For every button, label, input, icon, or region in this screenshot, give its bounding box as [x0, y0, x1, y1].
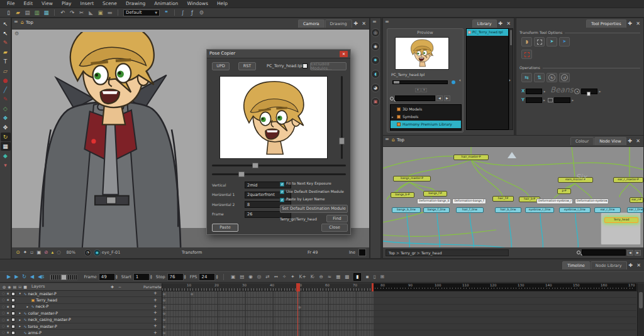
- bulb-icon[interactable]: ⊙: [16, 250, 20, 255]
- panel-menu-icon[interactable]: ≡: [372, 19, 377, 24]
- next-result-icon[interactable]: ▶: [444, 95, 450, 101]
- light-table-icon[interactable]: ◖: [371, 70, 380, 79]
- expand-icon[interactable]: ▸: [19, 312, 24, 315]
- tab-colour[interactable]: Colour: [570, 137, 594, 145]
- redo-icon[interactable]: ↷: [68, 9, 76, 16]
- lock-icon[interactable]: ▴: [52, 250, 54, 255]
- upd-button[interactable]: UPD: [212, 62, 230, 70]
- layer-row-torso_master-P[interactable]: ◌▪▸∿torso_master-P+: [0, 323, 162, 330]
- select-parent-icon[interactable]: ➤: [547, 37, 557, 46]
- tab-library[interactable]: Library: [472, 19, 497, 28]
- add-element-icon[interactable]: ◉: [248, 274, 253, 279]
- rst-button[interactable]: RST: [238, 62, 256, 70]
- add-peg-icon[interactable]: ▤: [240, 274, 244, 279]
- dropper-tool[interactable]: ◆: [1, 151, 11, 160]
- paste-button[interactable]: Paste: [212, 224, 238, 232]
- peg-selection-mode-icon[interactable]: [521, 50, 532, 59]
- current-colour-swatch[interactable]: [358, 249, 366, 256]
- expand-icon[interactable]: ▸: [27, 305, 31, 308]
- y-position-field[interactable]: [526, 97, 542, 103]
- node-p-P[interactable]: p-P: [557, 188, 571, 194]
- keyframe-marker[interactable]: ⊙: [163, 312, 165, 315]
- panel-menu-icon[interactable]: ≡: [385, 19, 389, 24]
- pose-vertical-slider[interactable]: [339, 76, 345, 159]
- timeline-scrollbar[interactable]: [637, 283, 644, 336]
- add-view-icon[interactable]: ✚: [627, 263, 635, 268]
- sound-scrub-icon[interactable]: ◀s: [38, 274, 44, 279]
- onion-skin-icon[interactable]: ◕: [371, 84, 380, 92]
- checkbox-checked[interactable]: ✓: [280, 190, 284, 194]
- rotate-ccw-icon[interactable]: ↺: [559, 73, 570, 82]
- search-input[interactable]: [395, 95, 435, 101]
- fps-spinner[interactable]: 24▲▼: [199, 273, 218, 281]
- add-parameter-icon[interactable]: +: [153, 324, 157, 328]
- node-ear_r-P[interactable]: ear_r-P: [630, 197, 643, 203]
- collapse-down-icon[interactable]: ∨: [421, 88, 427, 92]
- thumbnail-icon[interactable]: ▪: [7, 331, 9, 335]
- safe-area-icon[interactable]: ▣: [371, 97, 380, 106]
- layer-checkbox[interactable]: [11, 312, 15, 315]
- x-position-field[interactable]: [526, 89, 542, 94]
- add-parameter-icon[interactable]: +: [153, 291, 157, 296]
- camera-view-icon[interactable]: ◎: [371, 28, 380, 37]
- add-view-icon[interactable]: ✚: [497, 21, 505, 26]
- pose-horizontal-slider-1[interactable]: [212, 163, 346, 168]
- marquee-tool[interactable]: ▦: [1, 142, 11, 151]
- node-ears_master-P[interactable]: ears_master-P: [558, 177, 593, 183]
- tab-node-library[interactable]: Node Library: [591, 261, 627, 269]
- node-hair_f_Drw[interactable]: hair_f_Drw: [456, 207, 484, 213]
- clock-icon[interactable]: ◔: [84, 249, 91, 256]
- paste-icon[interactable]: ▣: [96, 9, 104, 16]
- paint-tool[interactable]: ●: [1, 76, 11, 85]
- layer-row-neck_casing_master-P[interactable]: ◌▪▸∿neck_casing_master-P+: [0, 317, 162, 323]
- tab-drawing[interactable]: Drawing: [325, 19, 352, 28]
- node-hair_b_Drw[interactable]: hair_b_Drw: [495, 207, 521, 213]
- add-keyframe-icon[interactable]: K+: [299, 274, 306, 279]
- function-curve-icon[interactable]: ∫: [179, 9, 187, 16]
- tab-node-view[interactable]: Node View: [594, 137, 626, 145]
- prev-result-icon[interactable]: ◀: [627, 250, 633, 256]
- frame-spinner[interactable]: 49▲▼: [99, 273, 118, 281]
- stop-motion-keyframe-icon[interactable]: ✦: [291, 274, 294, 279]
- lock-all-icon[interactable]: ⊟: [18, 285, 21, 289]
- stop-spinner[interactable]: 76▲▼: [167, 273, 186, 281]
- show-selection-icon[interactable]: ◍: [3, 285, 6, 289]
- new-scene-icon[interactable]: ▯: [4, 9, 13, 16]
- delete-layer-icon[interactable]: −: [118, 285, 121, 289]
- frame-ruler[interactable]: 1020304050607080901001101201301401501601…: [162, 283, 644, 291]
- close-view-icon[interactable]: ✕: [634, 21, 642, 26]
- add-layer-icon[interactable]: ✚: [111, 285, 114, 289]
- flip-vertical-icon[interactable]: ⇅: [534, 73, 545, 82]
- add-drawing-layer-icon[interactable]: ▣: [231, 274, 235, 279]
- play-flag-icon[interactable]: ▶: [14, 274, 18, 279]
- library-file-selected[interactable]: PC_Terry_head.tpl: [467, 29, 508, 36]
- no-ease-icon[interactable]: ⊖: [319, 274, 323, 279]
- scale-field[interactable]: [554, 97, 570, 103]
- menu-play[interactable]: Play: [57, 1, 76, 6]
- home-icon[interactable]: ⌂: [392, 138, 395, 143]
- add-parameter-icon[interactable]: +: [153, 331, 157, 335]
- layer-checkbox[interactable]: [11, 318, 15, 322]
- play-icon[interactable]: ▶: [7, 274, 11, 279]
- stamp-tool[interactable]: ▱: [1, 67, 11, 75]
- pencil-tool[interactable]: ✎: [1, 95, 11, 104]
- node-hair_master-P[interactable]: hair_master-P: [453, 154, 489, 160]
- loop-icon[interactable]: ↻: [22, 274, 26, 279]
- close-view-icon[interactable]: ✕: [360, 21, 368, 26]
- remove-keyframe-icon[interactable]: K-: [311, 274, 315, 279]
- keyframe-marker[interactable]: ⊙: [163, 318, 165, 322]
- undo-icon[interactable]: ↶: [58, 9, 67, 16]
- preset-dropdown[interactable]: Default ▼: [123, 9, 160, 16]
- node-bangs_f_Drw[interactable]: bangs_f_Drw: [423, 207, 450, 213]
- keyframe-marker[interactable]: ⊙: [299, 306, 301, 309]
- layer-checkbox[interactable]: [11, 325, 15, 328]
- playhead-handle[interactable]: [296, 283, 300, 291]
- hand-tool[interactable]: ✥: [1, 123, 11, 132]
- tab-timeline[interactable]: Timeline: [562, 261, 590, 269]
- show-data-icon[interactable]: ▤: [13, 285, 17, 289]
- marquee-select-icon[interactable]: [534, 37, 545, 46]
- solo-mode-icon[interactable]: ■: [23, 285, 27, 289]
- shape-tool[interactable]: ◇: [1, 104, 11, 113]
- select-drawing-icon[interactable]: ◣: [87, 9, 95, 16]
- close-view-icon[interactable]: ✕: [634, 139, 642, 144]
